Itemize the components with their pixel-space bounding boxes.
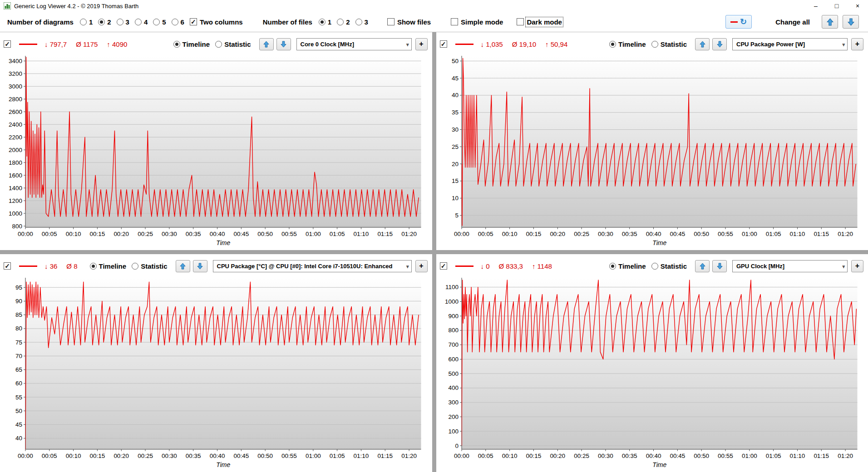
svg-text:01:15: 01:15 <box>814 452 829 459</box>
move-up-button[interactable] <box>176 260 190 272</box>
move-up-button[interactable] <box>695 38 710 50</box>
chevron-down-icon: ▾ <box>842 42 845 48</box>
svg-text:50: 50 <box>451 58 458 64</box>
files-option-3[interactable]: 3 <box>355 18 368 26</box>
timeline-radio[interactable]: Timeline <box>90 262 127 270</box>
two-columns-checkbox[interactable]: ✓ Two columns <box>190 18 243 26</box>
svg-text:00:15: 00:15 <box>526 231 541 237</box>
change-all-down-button[interactable] <box>843 15 859 29</box>
svg-text:10: 10 <box>451 195 458 202</box>
metric-select[interactable]: CPU Package Power [W] ▾ <box>732 38 848 50</box>
svg-text:1800: 1800 <box>9 159 22 166</box>
series-color-swatch[interactable] <box>19 266 37 267</box>
svg-text:00:10: 00:10 <box>66 452 81 459</box>
add-series-button[interactable]: + <box>851 38 863 50</box>
radio-icon <box>651 41 658 48</box>
diagrams-option-2[interactable]: 2 <box>98 18 111 26</box>
statistic-radio[interactable]: Statistic <box>651 40 687 48</box>
minimize-button[interactable]: – <box>805 0 826 12</box>
radio-selected-icon <box>98 19 105 25</box>
svg-text:00:40: 00:40 <box>210 231 225 237</box>
chart-cpu-package-power[interactable]: 510152025303540455000:0000:0500:1000:150… <box>440 52 864 249</box>
move-down-button[interactable] <box>712 38 727 50</box>
svg-text:00:30: 00:30 <box>162 231 177 237</box>
statistic-radio[interactable]: Statistic <box>215 40 251 48</box>
svg-text:00:50: 00:50 <box>694 452 709 459</box>
files-option-2[interactable]: 2 <box>337 18 350 26</box>
chart-core0-clock[interactable]: 8001000120014001600180020002200240026002… <box>4 52 428 249</box>
svg-text:2600: 2600 <box>9 108 22 115</box>
series-color-swatch[interactable] <box>455 44 473 45</box>
svg-text:01:00: 01:00 <box>741 231 757 237</box>
simple-mode-checkbox[interactable]: Simple mode <box>451 18 503 26</box>
chart-cpu-package-temp[interactable]: 40455055606570758085909500:0000:0500:100… <box>4 274 428 471</box>
chevron-down-icon: ▾ <box>406 42 409 48</box>
panel-visible-checkbox[interactable]: ✓ <box>4 40 11 48</box>
svg-text:55: 55 <box>15 394 22 401</box>
move-up-button[interactable] <box>695 260 710 272</box>
svg-text:00:00: 00:00 <box>18 452 33 459</box>
move-up-button[interactable] <box>259 38 274 50</box>
svg-text:900: 900 <box>448 313 459 320</box>
add-series-button[interactable]: + <box>415 38 428 50</box>
maximize-button[interactable]: □ <box>826 0 847 12</box>
svg-text:2400: 2400 <box>9 121 22 128</box>
timeline-radio[interactable]: Timeline <box>173 40 210 48</box>
svg-text:01:15: 01:15 <box>377 452 393 459</box>
diagrams-option-5[interactable]: 5 <box>153 18 166 26</box>
statistic-radio[interactable]: Statistic <box>651 262 687 270</box>
series-color-swatch[interactable] <box>455 266 473 267</box>
svg-text:500: 500 <box>448 370 459 377</box>
radio-icon <box>135 19 142 25</box>
stat-max: ↑ 50,94 <box>545 40 567 48</box>
stat-min: ↓ 0 <box>481 262 490 270</box>
stat-avg: Ø 833,3 <box>499 262 523 270</box>
move-down-button[interactable] <box>276 38 291 50</box>
metric-select[interactable]: GPU Clock [MHz] ▾ <box>732 260 848 272</box>
dark-mode-checkbox[interactable]: Dark mode <box>517 18 562 26</box>
panel-visible-checkbox[interactable]: ✓ <box>440 262 447 270</box>
statistic-radio[interactable]: Statistic <box>132 262 167 270</box>
radio-icon <box>337 19 344 25</box>
diagrams-option-6[interactable]: 6 <box>172 18 184 26</box>
radio-icon <box>651 263 658 270</box>
timeline-radio[interactable]: Timeline <box>609 262 646 270</box>
metric-select[interactable]: CPU Package [°C] @ CPU [#0]: Intel Core … <box>213 260 412 272</box>
svg-text:00:10: 00:10 <box>66 231 81 237</box>
change-all-up-button[interactable] <box>822 15 838 29</box>
svg-text:50: 50 <box>15 408 22 414</box>
close-button[interactable]: × <box>847 0 868 12</box>
series-stats: ↓ 1,035 Ø 19,10 ↑ 50,94 <box>481 40 568 48</box>
svg-text:0: 0 <box>455 442 459 449</box>
chart-gpu-clock[interactable]: 01002003004005006007008009001000110000:0… <box>440 274 864 471</box>
series-color-swatch[interactable] <box>19 44 37 45</box>
diagrams-option-3[interactable]: 3 <box>117 18 129 26</box>
svg-text:00:00: 00:00 <box>454 231 469 237</box>
show-files-checkbox[interactable]: Show files <box>387 18 431 26</box>
panel-header: ✓ ↓ 797,7 Ø 1175 ↑ 4090 Timeline Statist… <box>4 36 428 52</box>
move-down-button[interactable] <box>712 260 727 272</box>
diagram-grid: ✓ ↓ 797,7 Ø 1175 ↑ 4090 Timeline Statist… <box>0 32 868 472</box>
svg-text:1200: 1200 <box>9 197 22 204</box>
diagrams-option-4[interactable]: 4 <box>135 18 148 26</box>
svg-text:Time: Time <box>652 239 666 246</box>
checkbox-icon <box>451 18 458 25</box>
svg-text:00:30: 00:30 <box>598 452 613 459</box>
diagrams-option-1[interactable]: 1 <box>80 18 93 26</box>
svg-text:00:25: 00:25 <box>138 231 153 237</box>
timeline-radio[interactable]: Timeline <box>609 40 646 48</box>
add-series-button[interactable]: + <box>851 260 863 272</box>
metric-select[interactable]: Core 0 Clock [MHz] ▾ <box>296 38 412 50</box>
arrow-down-icon <box>197 263 203 270</box>
svg-text:00:35: 00:35 <box>621 231 637 237</box>
line-sync-button[interactable]: ↻ <box>725 15 752 29</box>
panel-visible-checkbox[interactable]: ✓ <box>4 262 11 270</box>
panel-visible-checkbox[interactable]: ✓ <box>440 40 447 48</box>
move-down-button[interactable] <box>193 260 207 272</box>
svg-text:200: 200 <box>448 413 459 420</box>
svg-text:00:40: 00:40 <box>210 452 225 459</box>
files-option-1[interactable]: 1 <box>319 18 331 26</box>
add-series-button[interactable]: + <box>415 260 428 272</box>
arrow-up-icon <box>827 18 833 26</box>
arrow-down-icon <box>281 41 286 48</box>
